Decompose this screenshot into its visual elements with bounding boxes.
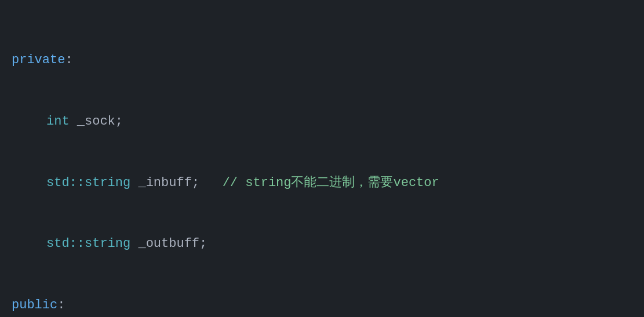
line-inbuff: std::string _inbuff; // string不能二进制，需要ve… <box>46 173 632 193</box>
line-private: private: <box>12 50 632 70</box>
keyword-public: public <box>12 298 57 312</box>
line-outbuff: std::string _outbuff; <box>46 234 632 254</box>
code-block: private: int _sock; std::string _inbuff;… <box>12 9 632 317</box>
keyword-private: private <box>12 53 65 67</box>
type-string-1: std::string <box>46 176 130 190</box>
comment-inbuff: // string不能二进制，需要vector <box>223 176 439 190</box>
type-string-2: std::string <box>46 236 130 251</box>
line-int-sock: int _sock; <box>46 111 632 132</box>
line-public: public: <box>12 295 632 315</box>
type-int: int <box>46 114 70 129</box>
